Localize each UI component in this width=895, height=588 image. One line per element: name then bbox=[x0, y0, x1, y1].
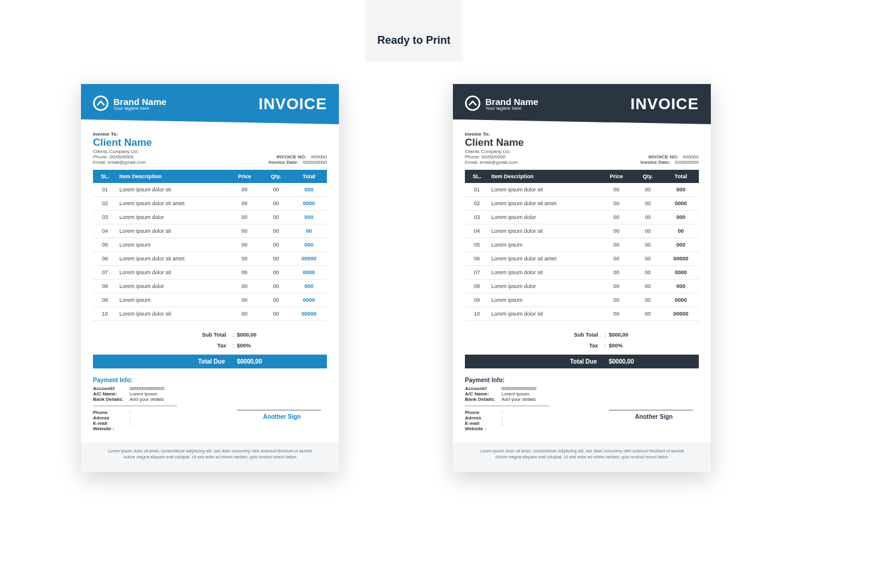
table-row: 07Lorem ipsum dolor sit00000000 bbox=[93, 266, 327, 280]
cell-desc: Lorem ipsum bbox=[489, 293, 600, 307]
cell-total: 000 bbox=[291, 238, 327, 252]
svg-point-1 bbox=[466, 96, 480, 110]
cell-total: 000 bbox=[291, 183, 327, 197]
payment-row: A/C Name:Lorem ipsum bbox=[465, 391, 699, 397]
sign-label: Another Sign bbox=[635, 413, 673, 420]
cell-desc: Lorem ipsum dolor sit bbox=[117, 266, 228, 280]
cell-desc: Lorem ipsum dolor bbox=[489, 211, 600, 224]
cell-qty: 00 bbox=[261, 211, 291, 224]
invoice-date-value: 00/00/0000 bbox=[675, 160, 699, 165]
table-row: 03Lorem ipsum dolor0000000 bbox=[93, 211, 327, 224]
cell-qty: 00 bbox=[633, 183, 663, 197]
cell-sl: 05 bbox=[93, 238, 117, 252]
payment-title: Payment Info: bbox=[465, 377, 699, 383]
cell-total: 0000 bbox=[291, 293, 327, 307]
brand-tagline: Your tagline here bbox=[113, 106, 166, 111]
subtotal-line: Sub Total : $000,00 bbox=[93, 329, 327, 340]
logo-icon bbox=[93, 95, 109, 113]
logo-icon bbox=[465, 95, 480, 113]
cell-price: 00 bbox=[600, 293, 633, 307]
client-company: Clients Company Ltd. bbox=[93, 149, 152, 154]
tax-label: Tax bbox=[465, 343, 602, 349]
brand-name: Brand Name bbox=[485, 97, 538, 106]
cell-desc: Lorem ipsum dolor sit bbox=[489, 266, 600, 280]
cell-total: 00000 bbox=[663, 252, 699, 266]
brand-tagline: Your tagline here bbox=[485, 106, 538, 111]
subtotal-label: Sub Total bbox=[465, 332, 602, 338]
invoice-no-value: #00000 bbox=[311, 154, 327, 160]
cell-price: 00 bbox=[600, 211, 633, 224]
cell-sl: 03 bbox=[465, 211, 489, 224]
cell-total: 0000 bbox=[663, 197, 699, 211]
cell-sl: 02 bbox=[93, 197, 117, 211]
payment-row: E-mail: bbox=[465, 421, 699, 426]
col-sl: SL. bbox=[465, 170, 489, 183]
cell-sl: 05 bbox=[465, 238, 489, 252]
table-row: 01Lorem ipsum dolor sit0000000 bbox=[465, 183, 699, 197]
cell-price: 00 bbox=[600, 266, 633, 280]
table-row: 03Lorem ipsum dolor0000000 bbox=[465, 211, 699, 224]
sign-line bbox=[609, 410, 693, 410]
ready-to-print-badge: Ready to Print bbox=[366, 0, 462, 60]
cell-total: 000 bbox=[663, 280, 699, 293]
client-block: Invoice To: Client Name Clients Company … bbox=[465, 131, 524, 165]
brand-block: Brand Name Your tagline here bbox=[93, 95, 166, 113]
summary-block: Sub Total : $000,00 Tax : $00% Total Due… bbox=[93, 329, 327, 368]
total-due-line: Total Due $0000,00 bbox=[465, 355, 699, 368]
cell-total: 000 bbox=[291, 280, 327, 293]
table-row: 04Lorem ipsum dolor sit000000 bbox=[93, 224, 327, 238]
cell-desc: Lorem ipsum dolor sit amet bbox=[117, 197, 228, 211]
cell-sl: 09 bbox=[465, 293, 489, 307]
table-row: 02Lorem ipsum dolor sit amet00000000 bbox=[465, 197, 699, 211]
cell-qty: 00 bbox=[633, 293, 663, 307]
table-row: 06Lorem ipsum dolor sit amet000000000 bbox=[93, 252, 327, 266]
cell-price: 00 bbox=[228, 211, 261, 224]
invoice-wrap: Brand Name Your tagline here INVOICE Inv… bbox=[0, 0, 895, 520]
client-email: Email: email@gmail.com bbox=[93, 160, 152, 165]
brand-name: Brand Name bbox=[113, 97, 166, 106]
cell-price: 00 bbox=[228, 197, 261, 211]
client-name: Client Name bbox=[93, 137, 152, 149]
svg-point-0 bbox=[94, 96, 108, 110]
cell-qty: 00 bbox=[633, 266, 663, 280]
invoice-number-block: INVOICE NO: #00000 Invoice Date: 00/00/0… bbox=[641, 154, 699, 165]
cell-total: 0000 bbox=[291, 197, 327, 211]
client-company: Clients Company Ltd. bbox=[465, 149, 524, 154]
table-row: 10Lorem ipsum dolor sit000000000 bbox=[465, 307, 699, 321]
cell-total: 00000 bbox=[291, 307, 327, 321]
cell-price: 00 bbox=[600, 252, 633, 266]
cell-qty: 00 bbox=[633, 211, 663, 224]
total-due-value: $0000,00 bbox=[609, 358, 699, 365]
brand-text: Brand Name Your tagline here bbox=[485, 97, 538, 111]
invoice-title: INVOICE bbox=[630, 95, 699, 113]
payment-row: Account#0000000000000 bbox=[93, 386, 327, 391]
payment-row: Website : bbox=[93, 426, 327, 431]
invoice-date-value: 00/00/0000 bbox=[303, 160, 327, 165]
cell-desc: Lorem ipsum dolor sit bbox=[117, 307, 228, 321]
cell-desc: Lorem ipsum bbox=[489, 238, 600, 252]
cell-sl: 10 bbox=[93, 307, 117, 321]
invoice-body: Invoice To: Client Name Clients Company … bbox=[81, 124, 339, 442]
summary-block: Sub Total : $000,00 Tax : $00% Total Due… bbox=[465, 329, 699, 368]
col-desc: Item Description bbox=[117, 170, 228, 183]
invoice-to-label: Invoice To: bbox=[93, 131, 152, 137]
cell-price: 00 bbox=[228, 293, 261, 307]
total-due-label: Total Due bbox=[465, 358, 609, 365]
items-table: SL.Item DescriptionPriceQty.Total01Lorem… bbox=[93, 170, 327, 321]
brand-block: Brand Name Your tagline here bbox=[465, 95, 538, 113]
col-price: Price bbox=[228, 170, 261, 183]
payment-row: Account#0000000000000 bbox=[465, 386, 699, 391]
cell-qty: 00 bbox=[261, 266, 291, 280]
col-desc: Item Description bbox=[489, 170, 600, 183]
table-row: 06Lorem ipsum dolor sit amet000000000 bbox=[465, 252, 699, 266]
cell-qty: 00 bbox=[261, 280, 291, 293]
invoice-body: Invoice To: Client Name Clients Company … bbox=[453, 124, 711, 442]
col-total: Total bbox=[291, 170, 327, 183]
tax-label: Tax bbox=[93, 343, 230, 349]
invoice-blue: Brand Name Your tagline here INVOICE Inv… bbox=[81, 84, 339, 472]
cell-qty: 00 bbox=[261, 307, 291, 321]
invoice-no-value: #00000 bbox=[683, 154, 699, 160]
cell-sl: 03 bbox=[93, 211, 117, 224]
total-due-line: Total Due $0000,00 bbox=[93, 355, 327, 368]
divider bbox=[465, 406, 549, 406]
